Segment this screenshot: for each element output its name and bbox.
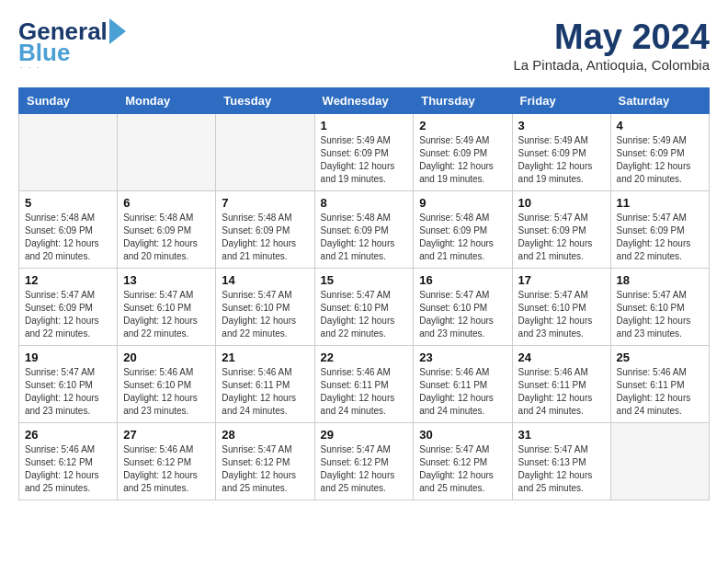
day-number: 19 [25,350,111,364]
day-info: Sunrise: 5:48 AM Sunset: 6:09 PM Dayligh… [222,212,308,263]
day-number: 10 [518,196,605,210]
day-number: 28 [222,428,308,442]
day-info: Sunrise: 5:47 AM Sunset: 6:09 PM Dayligh… [617,212,703,263]
day-info: Sunrise: 5:47 AM Sunset: 6:10 PM Dayligh… [25,366,111,418]
calendar-cell [19,113,118,190]
calendar-cell: 7Sunrise: 5:48 AM Sunset: 6:09 PM Daylig… [216,190,314,268]
calendar-cell: 10Sunrise: 5:47 AM Sunset: 6:09 PM Dayli… [512,190,610,268]
calendar-cell: 23Sunrise: 5:46 AM Sunset: 6:11 PM Dayli… [414,345,512,422]
day-header-sunday: Sunday [19,87,118,113]
day-number: 26 [25,428,111,442]
day-info: Sunrise: 5:49 AM Sunset: 6:09 PM Dayligh… [617,134,703,186]
day-number: 25 [617,350,703,364]
day-number: 17 [518,273,605,287]
day-header-saturday: Saturday [610,87,709,113]
location: La Pintada, Antioquia, Colombia [514,57,710,73]
calendar-cell: 17Sunrise: 5:47 AM Sunset: 6:10 PM Dayli… [512,268,610,345]
day-number: 1 [321,119,408,132]
day-number: 14 [222,273,308,287]
day-info: Sunrise: 5:48 AM Sunset: 6:09 PM Dayligh… [419,212,506,263]
day-number: 24 [518,350,605,364]
day-info: Sunrise: 5:48 AM Sunset: 6:09 PM Dayligh… [25,212,111,263]
day-info: Sunrise: 5:49 AM Sunset: 6:09 PM Dayligh… [419,134,506,186]
day-info: Sunrise: 5:47 AM Sunset: 6:10 PM Dayligh… [321,289,408,340]
day-info: Sunrise: 5:46 AM Sunset: 6:11 PM Dayligh… [321,366,408,418]
day-info: Sunrise: 5:47 AM Sunset: 6:09 PM Dayligh… [518,212,605,263]
calendar-header-row: SundayMondayTuesdayWednesdayThursdayFrid… [19,87,710,113]
logo-tagline: · · · [20,63,126,72]
logo: General Blue · · · [18,18,126,72]
calendar-cell: 18Sunrise: 5:47 AM Sunset: 6:10 PM Dayli… [610,268,709,345]
calendar-cell: 25Sunrise: 5:46 AM Sunset: 6:11 PM Dayli… [610,345,709,422]
calendar-week-1: 1Sunrise: 5:49 AM Sunset: 6:09 PM Daylig… [19,113,710,190]
day-number: 27 [123,428,210,442]
day-number: 15 [321,273,408,287]
day-number: 12 [25,273,111,287]
day-info: Sunrise: 5:46 AM Sunset: 6:11 PM Dayligh… [518,366,605,418]
calendar-cell: 1Sunrise: 5:49 AM Sunset: 6:09 PM Daylig… [314,113,414,190]
day-info: Sunrise: 5:48 AM Sunset: 6:09 PM Dayligh… [123,212,210,263]
day-number: 21 [222,350,308,364]
calendar-cell: 16Sunrise: 5:47 AM Sunset: 6:10 PM Dayli… [414,268,512,345]
day-info: Sunrise: 5:47 AM Sunset: 6:12 PM Dayligh… [222,443,308,495]
calendar-cell: 20Sunrise: 5:46 AM Sunset: 6:10 PM Dayli… [118,345,216,422]
calendar-cell: 24Sunrise: 5:46 AM Sunset: 6:11 PM Dayli… [512,345,610,422]
calendar-cell: 31Sunrise: 5:47 AM Sunset: 6:13 PM Dayli… [512,422,610,500]
day-info: Sunrise: 5:47 AM Sunset: 6:10 PM Dayligh… [518,289,605,340]
day-info: Sunrise: 5:47 AM Sunset: 6:10 PM Dayligh… [617,289,703,340]
calendar-week-5: 26Sunrise: 5:46 AM Sunset: 6:12 PM Dayli… [19,422,710,500]
day-number: 11 [617,196,703,210]
day-info: Sunrise: 5:46 AM Sunset: 6:11 PM Dayligh… [419,366,506,418]
day-info: Sunrise: 5:47 AM Sunset: 6:13 PM Dayligh… [518,443,605,495]
day-number: 4 [617,119,703,132]
day-header-monday: Monday [118,87,216,113]
calendar-cell: 13Sunrise: 5:47 AM Sunset: 6:10 PM Dayli… [118,268,216,345]
calendar-cell: 27Sunrise: 5:46 AM Sunset: 6:12 PM Dayli… [118,422,216,500]
calendar-cell [118,113,216,190]
calendar-cell: 8Sunrise: 5:48 AM Sunset: 6:09 PM Daylig… [314,190,414,268]
day-info: Sunrise: 5:49 AM Sunset: 6:09 PM Dayligh… [321,134,408,186]
day-number: 2 [419,119,506,132]
calendar-cell: 15Sunrise: 5:47 AM Sunset: 6:10 PM Dayli… [314,268,414,345]
header: General Blue · · · May 2024 La Pintada, … [18,18,710,73]
calendar-week-2: 5Sunrise: 5:48 AM Sunset: 6:09 PM Daylig… [19,190,710,268]
day-number: 6 [123,196,210,210]
day-number: 23 [419,350,506,364]
calendar-cell: 22Sunrise: 5:46 AM Sunset: 6:11 PM Dayli… [314,345,414,422]
logo-blue: Blue [18,40,70,64]
day-info: Sunrise: 5:46 AM Sunset: 6:12 PM Dayligh… [123,443,210,495]
day-info: Sunrise: 5:48 AM Sunset: 6:09 PM Dayligh… [321,212,408,263]
calendar-cell: 14Sunrise: 5:47 AM Sunset: 6:10 PM Dayli… [216,268,314,345]
calendar-cell: 26Sunrise: 5:46 AM Sunset: 6:12 PM Dayli… [19,422,118,500]
calendar-cell [610,422,709,500]
day-info: Sunrise: 5:46 AM Sunset: 6:12 PM Dayligh… [25,443,111,495]
day-number: 16 [419,273,506,287]
calendar-cell: 4Sunrise: 5:49 AM Sunset: 6:09 PM Daylig… [610,113,709,190]
calendar-cell: 11Sunrise: 5:47 AM Sunset: 6:09 PM Dayli… [610,190,709,268]
day-info: Sunrise: 5:47 AM Sunset: 6:10 PM Dayligh… [123,289,210,340]
day-info: Sunrise: 5:47 AM Sunset: 6:12 PM Dayligh… [321,443,408,495]
calendar-cell: 29Sunrise: 5:47 AM Sunset: 6:12 PM Dayli… [314,422,414,500]
calendar-cell: 21Sunrise: 5:46 AM Sunset: 6:11 PM Dayli… [216,345,314,422]
day-number: 5 [25,196,111,210]
calendar-cell: 9Sunrise: 5:48 AM Sunset: 6:09 PM Daylig… [414,190,512,268]
day-number: 3 [518,119,605,132]
day-info: Sunrise: 5:46 AM Sunset: 6:10 PM Dayligh… [123,366,210,418]
day-number: 29 [321,428,408,442]
day-number: 18 [617,273,703,287]
day-number: 9 [419,196,506,210]
calendar: SundayMondayTuesdayWednesdayThursdayFrid… [18,87,710,500]
day-number: 30 [419,428,506,442]
calendar-cell: 5Sunrise: 5:48 AM Sunset: 6:09 PM Daylig… [19,190,118,268]
day-info: Sunrise: 5:47 AM Sunset: 6:09 PM Dayligh… [25,289,111,340]
day-info: Sunrise: 5:46 AM Sunset: 6:11 PM Dayligh… [222,366,308,418]
calendar-cell: 3Sunrise: 5:49 AM Sunset: 6:09 PM Daylig… [512,113,610,190]
day-number: 13 [123,273,210,287]
calendar-cell [216,113,314,190]
day-info: Sunrise: 5:47 AM Sunset: 6:10 PM Dayligh… [222,289,308,340]
day-number: 20 [123,350,210,364]
calendar-cell: 6Sunrise: 5:48 AM Sunset: 6:09 PM Daylig… [118,190,216,268]
calendar-cell: 30Sunrise: 5:47 AM Sunset: 6:12 PM Dayli… [414,422,512,500]
day-number: 8 [321,196,408,210]
calendar-body: 1Sunrise: 5:49 AM Sunset: 6:09 PM Daylig… [19,113,710,500]
